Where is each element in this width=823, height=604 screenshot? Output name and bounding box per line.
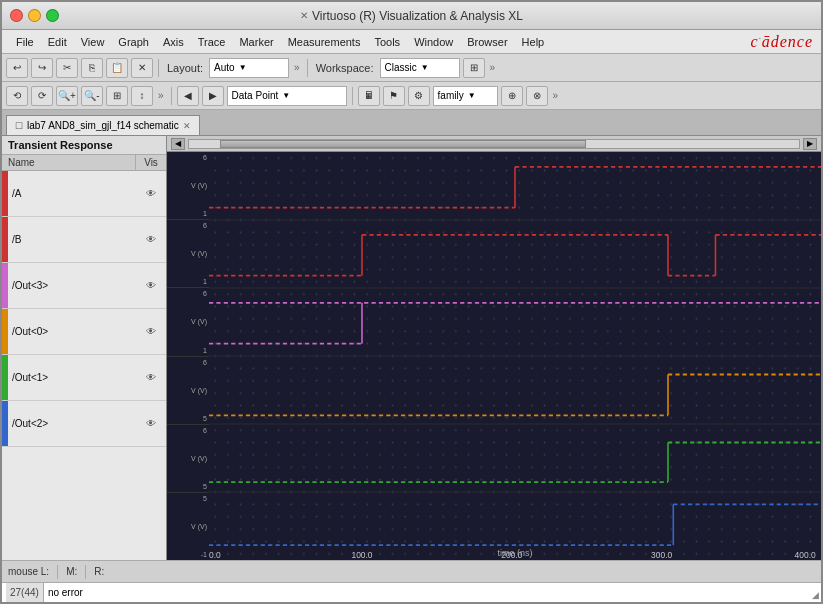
ya-bot: 1	[169, 210, 207, 217]
signal-vis-out0[interactable]: 👁	[136, 326, 166, 337]
cut-button[interactable]: ✂	[56, 58, 78, 78]
menu-help[interactable]: Help	[516, 34, 551, 50]
waveform-display: ◀ ▶ 6 V (V) 1	[167, 136, 821, 560]
workspace-btn[interactable]: ⊞	[463, 58, 485, 78]
signal-vis-out1[interactable]: 👁	[136, 372, 166, 383]
layout-dropdown[interactable]: Auto ▼	[209, 58, 289, 78]
signal-name-a: /A	[8, 186, 136, 201]
flag-button[interactable]: ⚑	[383, 86, 405, 106]
copy-button[interactable]: ⎘	[81, 58, 103, 78]
zoom-in-button[interactable]: 🔍+	[56, 86, 78, 106]
scroll-left-button[interactable]: ◀	[171, 138, 185, 150]
toolbar2-expand[interactable]: »	[158, 90, 164, 101]
status-message: no error	[48, 587, 83, 598]
zoom-fit-button[interactable]: ⊞	[106, 86, 128, 106]
status-div-2	[85, 565, 86, 579]
cadence-logo: c·ādence	[751, 33, 813, 51]
tab-close-icon[interactable]: ✕	[183, 121, 191, 131]
waveform-plot[interactable]: 0.0 100.0 200.0 300.0 400.0 time (ns)	[209, 152, 821, 560]
horizontal-scrollbar[interactable]: ◀ ▶	[167, 136, 821, 152]
maximize-button[interactable]	[46, 9, 59, 22]
menu-browser[interactable]: Browser	[461, 34, 513, 50]
yo2-unit: V (V)	[169, 523, 207, 530]
redo-button[interactable]: ↪	[31, 58, 53, 78]
signal-row-out1[interactable]: /Out<1> 👁	[2, 355, 166, 401]
separator-2	[307, 59, 308, 77]
menu-view[interactable]: View	[75, 34, 111, 50]
signal-name-out1: /Out<1>	[8, 370, 136, 385]
workspace-dropdown[interactable]: Classic ▼	[380, 58, 460, 78]
signal-row-b[interactable]: /B 👁	[2, 217, 166, 263]
toolbar-1: ↩ ↪ ✂ ⎘ 📋 ✕ Layout: Auto ▼ » Workspace: …	[2, 54, 821, 82]
undo-button[interactable]: ↩	[6, 58, 28, 78]
yb-bot: 1	[169, 278, 207, 285]
separator-3	[171, 87, 172, 105]
menu-measurements[interactable]: Measurements	[282, 34, 367, 50]
resize-handle-icon[interactable]: ◢	[812, 590, 819, 600]
menu-tools[interactable]: Tools	[368, 34, 406, 50]
cursor-button[interactable]: ↕	[131, 86, 153, 106]
workspace-arrow-icon: ▼	[421, 63, 429, 72]
tab-label: lab7 AND8_sim_gjl_f14 schematic	[27, 120, 179, 131]
x-axis-label: time (ns)	[209, 548, 821, 558]
workspace-label: Workspace:	[316, 62, 374, 74]
status-bar-2: 27(44) no error ◢	[2, 582, 821, 602]
family-btn1[interactable]: ⊕	[501, 86, 523, 106]
main-tab[interactable]: ☐ lab7 AND8_sim_gjl_f14 schematic ✕	[6, 115, 200, 135]
title-bar: ✕ Virtuoso (R) Visualization & Analysis …	[2, 2, 821, 30]
menu-graph[interactable]: Graph	[112, 34, 155, 50]
layout-arrow-icon: ▼	[239, 63, 247, 72]
family-btn2[interactable]: ⊗	[526, 86, 548, 106]
signal-vis-out3[interactable]: 👁	[136, 280, 166, 291]
zoom-next-button[interactable]: ⟳	[31, 86, 53, 106]
toolbar2-expand2[interactable]: »	[553, 90, 559, 101]
col-vis-header: Vis	[136, 155, 166, 170]
toolbar-2: ⟲ ⟳ 🔍+ 🔍- ⊞ ↕ » ◀ ▶ Data Point ▼ 🖩 ⚑ ⚙ f…	[2, 82, 821, 110]
menu-bar: File Edit View Graph Axis Trace Marker M…	[2, 30, 821, 54]
calculator-button[interactable]: 🖩	[358, 86, 380, 106]
menu-edit[interactable]: Edit	[42, 34, 73, 50]
yo3-bot: 1	[169, 347, 207, 354]
signal-row-out0[interactable]: /Out<0> 👁	[2, 309, 166, 355]
close-button[interactable]	[10, 9, 23, 22]
signal-vis-a[interactable]: 👁	[136, 188, 166, 199]
menu-file[interactable]: File	[10, 34, 40, 50]
yo0-unit: V (V)	[169, 387, 207, 394]
nav-right-button[interactable]: ▶	[202, 86, 224, 106]
paste-button[interactable]: 📋	[106, 58, 128, 78]
toolbar-expand-2[interactable]: »	[490, 62, 496, 73]
signal-row-out3[interactable]: /Out<3> 👁	[2, 263, 166, 309]
signal-col-headers: Name Vis	[2, 155, 166, 171]
panel-header: Transient Response	[2, 136, 166, 155]
menu-axis[interactable]: Axis	[157, 34, 190, 50]
yo3-top: 6	[169, 290, 207, 297]
data-point-dropdown[interactable]: Data Point ▼	[227, 86, 347, 106]
line-number: 27(44)	[6, 583, 44, 602]
signal-row-a[interactable]: /A 👁	[2, 171, 166, 217]
menu-marker[interactable]: Marker	[233, 34, 279, 50]
yo0-top: 6	[169, 359, 207, 366]
col-name-header: Name	[2, 155, 136, 170]
signal-vis-out2[interactable]: 👁	[136, 418, 166, 429]
menu-window[interactable]: Window	[408, 34, 459, 50]
nav-left-button[interactable]: ◀	[177, 86, 199, 106]
waveform-svg: 0.0 100.0 200.0 300.0 400.0	[209, 152, 821, 560]
signal-name-out2: /Out<2>	[8, 416, 136, 431]
toolbar-expand-1[interactable]: »	[294, 62, 300, 73]
settings-button[interactable]: ⚙	[408, 86, 430, 106]
family-arrow-icon: ▼	[468, 91, 476, 100]
separator-4	[352, 87, 353, 105]
delete-button[interactable]: ✕	[131, 58, 153, 78]
scroll-right-button[interactable]: ▶	[803, 138, 817, 150]
signal-row-out2[interactable]: /Out<2> 👁	[2, 401, 166, 447]
scroll-thumb[interactable]	[220, 140, 586, 148]
scroll-track[interactable]	[188, 139, 800, 149]
zoom-out-button[interactable]: 🔍-	[81, 86, 103, 106]
status-m-section: M:	[66, 566, 77, 577]
menu-trace[interactable]: Trace	[192, 34, 232, 50]
family-dropdown[interactable]: family ▼	[433, 86, 498, 106]
y-axis-b: 6 V (V) 1	[167, 220, 209, 288]
minimize-button[interactable]	[28, 9, 41, 22]
signal-vis-b[interactable]: 👁	[136, 234, 166, 245]
zoom-prev-button[interactable]: ⟲	[6, 86, 28, 106]
